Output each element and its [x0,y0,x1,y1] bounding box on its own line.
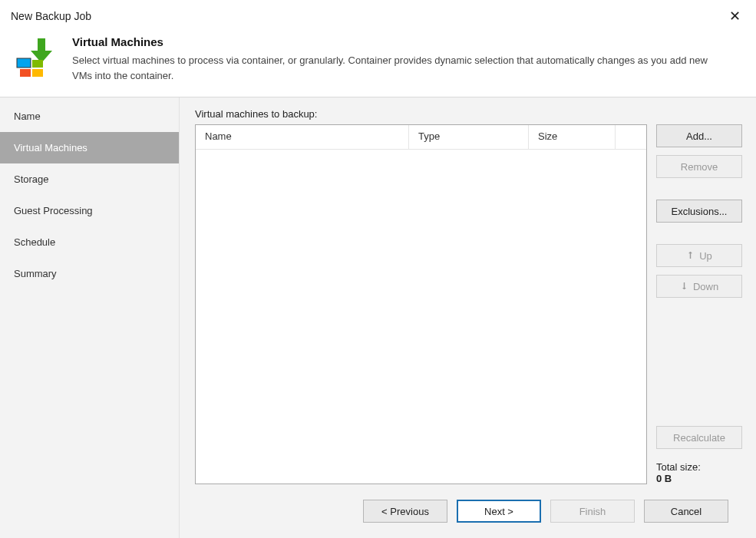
svg-marker-0 [31,38,52,63]
wizard-header-text: Virtual Machines Select virtual machines… [72,35,717,83]
wizard-footer: < Previous Next > Finish Cancel [195,484,742,538]
total-size-value: 0 B [656,473,742,484]
move-down-label: Down [693,281,718,292]
wizard-window: New Backup Job ✕ Virtual Machines Select… [0,0,756,538]
column-header-name[interactable]: Name [196,125,409,149]
titlebar: New Backup Job ✕ [0,0,756,31]
sidebar-item-summary[interactable]: Summary [0,258,179,289]
svg-rect-1 [17,58,31,68]
sidebar-item-guest-processing[interactable]: Guest Processing [0,195,179,226]
add-button[interactable]: Add... [656,124,742,147]
spacer [656,305,742,426]
wizard-body: Name Virtual Machines Storage Guest Proc… [0,97,756,538]
exclusions-button[interactable]: Exclusions... [656,200,742,223]
sidebar-item-name[interactable]: Name [0,101,179,132]
wizard-content: Virtual machines to backup: Name Type Si… [180,97,756,538]
spacer [656,230,742,244]
wizard-header: Virtual Machines Select virtual machines… [0,31,756,97]
svg-rect-3 [32,69,43,77]
vm-table-body [196,150,646,484]
remove-button[interactable]: Remove [656,155,742,178]
previous-button[interactable]: < Previous [363,500,447,523]
arrow-up-icon: 🠕 [686,251,695,260]
svg-rect-2 [32,60,43,68]
wizard-step-description: Select virtual machines to process via c… [72,53,717,83]
total-size: Total size: 0 B [656,461,742,484]
finish-button[interactable]: Finish [550,500,635,523]
spacer [656,186,742,200]
window-title: New Backup Job [11,10,91,22]
column-header-size[interactable]: Size [529,125,616,149]
sidebar-item-schedule[interactable]: Schedule [0,226,179,258]
move-down-button[interactable]: 🠗 Down [656,275,742,298]
recalculate-button[interactable]: Recalculate [656,426,742,449]
column-header-extra [616,125,646,149]
vm-list-label: Virtual machines to backup: [195,108,742,120]
wizard-steps-sidebar: Name Virtual Machines Storage Guest Proc… [0,97,180,538]
wizard-step-icon [15,37,57,78]
move-up-button[interactable]: 🠕 Up [656,244,742,267]
sidebar-item-storage[interactable]: Storage [0,163,179,195]
arrow-down-icon: 🠗 [680,282,688,291]
svg-rect-4 [20,69,31,77]
cancel-button[interactable]: Cancel [644,500,728,523]
content-row: Name Type Size Add... Remove Exclusions.… [195,124,742,484]
close-icon[interactable]: ✕ [723,6,747,26]
vm-table[interactable]: Name Type Size [195,124,647,484]
vm-table-header: Name Type Size [196,125,646,150]
column-header-type[interactable]: Type [409,125,529,149]
total-size-label: Total size: [656,461,742,473]
wizard-step-title: Virtual Machines [72,35,717,48]
move-up-label: Up [699,250,712,262]
sidebar-item-virtual-machines[interactable]: Virtual Machines [0,132,179,163]
next-button[interactable]: Next > [457,500,541,523]
side-buttons: Add... Remove Exclusions... 🠕 Up 🠗 Down … [656,124,742,484]
